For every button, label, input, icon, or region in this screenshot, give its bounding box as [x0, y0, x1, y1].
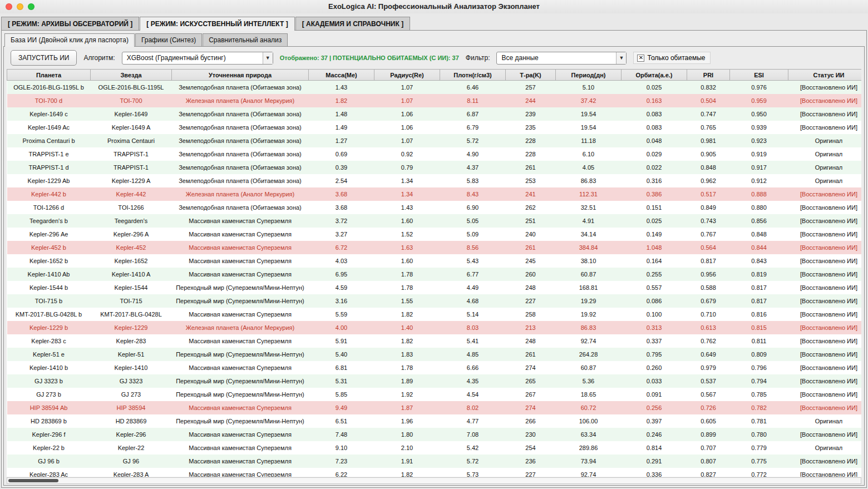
table-cell: 5.41 — [440, 334, 506, 348]
column-header-11[interactable]: Статус ИИ — [788, 70, 862, 81]
table-row[interactable]: Kepler-1410 bKepler-1410Массивная камени… — [7, 361, 862, 374]
run-ai-button[interactable]: ЗАПУСТИТЬ ИИ — [11, 50, 77, 66]
checkbox-check-icon: ✕ — [637, 55, 644, 62]
column-header-1[interactable]: Звезда — [91, 70, 172, 81]
table-cell: KMT-2017-BLG-0428L b — [7, 308, 91, 321]
table-cell: 1.07 — [374, 81, 440, 94]
horizontal-scrollbar[interactable] — [7, 477, 861, 484]
table-cell: 0.976 — [730, 81, 788, 94]
table-cell: 1.49 — [309, 121, 374, 134]
table-cell: Kepler-283 A — [91, 468, 172, 477]
table-row[interactable]: Kepler-51 eKepler-51Переходный мир (Супе… — [7, 348, 862, 361]
mode-tab-1[interactable]: [ РЕЖИМ: ИСКУССТВЕННЫЙ ИНТЕЛЛЕКТ ] — [140, 17, 294, 31]
table-row[interactable]: Kepler-1229 AbKepler-1229 AЗемлеподобная… — [7, 174, 862, 187]
table-row[interactable]: TRAPPIST-1 eTRAPPIST-1Землеподобная план… — [7, 147, 862, 161]
table-row[interactable]: GJ 96 bGJ 96Массивная каменистая Суперзе… — [7, 455, 862, 468]
table-cell: 1.27 — [309, 134, 374, 147]
table-cell: 0.39 — [309, 161, 374, 174]
column-header-10[interactable]: ESI — [730, 70, 788, 81]
table-cell: 1.78 — [374, 361, 440, 374]
table-cell: 0.795 — [622, 348, 687, 361]
table-cell: [Восстановлено ИИ] — [788, 308, 862, 321]
table-cell: Kepler-1652 b — [7, 254, 91, 268]
table-row[interactable]: Kepler-1229 bKepler-1229Железная планета… — [7, 321, 862, 334]
table-row[interactable]: Kepler-1649 AcKepler-1649 AЗемлеподобная… — [7, 121, 862, 134]
table-cell: 1.60 — [374, 214, 440, 228]
table-cell: GJ 96 b — [7, 455, 91, 468]
table-cell: 3.68 — [309, 201, 374, 214]
column-header-7[interactable]: Период(дн) — [556, 70, 622, 81]
mode-tab-0[interactable]: [ РЕЖИМ: АРХИВЫ ОБСЕРВАТОРИЙ ] — [1, 17, 139, 30]
table-row[interactable]: TOI-715 bTOI-715Переходный мир (Суперзем… — [7, 294, 862, 308]
table-cell: 5.40 — [309, 348, 374, 361]
table-row[interactable]: TOI-700 dTOI-700Железная планета (Аналог… — [7, 94, 862, 107]
table-cell: Землеподобная планета (Обитаемая зона) — [172, 121, 309, 134]
table-cell: 7.08 — [440, 428, 506, 441]
column-header-9[interactable]: PRI — [687, 70, 730, 81]
mode-tab-2[interactable]: [ АКАДЕМИЯ И СПРАВОЧНИК ] — [295, 17, 411, 30]
column-header-6[interactable]: Т-ра(K) — [506, 70, 556, 81]
table-cell: 4.68 — [440, 294, 506, 308]
scrollbar-thumb[interactable] — [8, 479, 58, 482]
chevron-down-icon[interactable]: ▼ — [263, 52, 273, 64]
table-row[interactable]: Kepler-442 bKepler-442Железная планета (… — [7, 187, 862, 201]
chevron-down-icon[interactable]: ▼ — [616, 52, 626, 64]
table-cell: Kepler-1649 — [91, 107, 172, 121]
table-cell: 5.09 — [440, 228, 506, 241]
column-header-5[interactable]: Плотн(г/см3) — [440, 70, 506, 81]
mode-panel: База ИИ (Двойной клик для паспорта)Графи… — [1, 30, 867, 488]
table-cell: Kepler-1544 b — [7, 281, 91, 294]
table-row[interactable]: TOI-1266 dTOI-1266Землеподобная планета … — [7, 201, 862, 214]
table-cell: Kepler-452 — [91, 241, 172, 254]
table-row[interactable]: Kepler-452 bKepler-452Массивная каменист… — [7, 241, 862, 254]
table-cell: Массивная каменистая Суперземля — [172, 334, 309, 348]
table-row[interactable]: HD 283869 bHD 283869Переходный мир (Супе… — [7, 414, 862, 428]
table-cell: Kepler-51 e — [7, 348, 91, 361]
table-cell: 0.92 — [374, 147, 440, 161]
algorithm-combobox[interactable]: XGBoost (Градиентный бустинг) ▼ — [122, 52, 273, 65]
section-tab-1[interactable]: Графики (Синтез) — [135, 33, 202, 46]
table-cell: Переходный мир (Суперземля/Мини-Нептун) — [172, 348, 309, 361]
column-header-2[interactable]: Уточненная природа — [172, 70, 309, 81]
table-cell: 60.87 — [556, 361, 622, 374]
table-cell: GJ 3323 b — [7, 374, 91, 388]
table-row[interactable]: Kepler-1544 bKepler-1544Переходный мир (… — [7, 281, 862, 294]
table-cell: 32.51 — [556, 201, 622, 214]
habitable-only-checkbox[interactable]: ✕ Только обитаемые — [633, 52, 711, 64]
table-row[interactable]: Kepler-283 AcKepler-283 AМассивная камен… — [7, 468, 862, 477]
section-tab-2[interactable]: Сравнительный анализ — [203, 33, 288, 46]
table-row[interactable]: TRAPPIST-1 dTRAPPIST-1Землеподобная план… — [7, 161, 862, 174]
table-row[interactable]: OGLE-2016-BLG-1195L bOGLE-2016-BLG-1195L… — [7, 81, 862, 94]
table-row[interactable]: Kepler-22 bKepler-22Массивная каменистая… — [7, 441, 862, 455]
table-cell: 0.880 — [730, 201, 788, 214]
table-row[interactable]: Kepler-296 fKepler-296Массивная каменист… — [7, 428, 862, 441]
table-cell: 261 — [506, 348, 556, 361]
filter-combobox[interactable]: Все данные ▼ — [496, 52, 627, 65]
table-row[interactable]: KMT-2017-BLG-0428L bKMT-2017-BLG-0428LМа… — [7, 308, 862, 321]
section-tab-0[interactable]: База ИИ (Двойной клик для паспорта) — [4, 33, 135, 47]
table-cell: Оригинал — [788, 174, 862, 187]
table-row[interactable]: HIP 38594 AbHIP 38594Массивная камениста… — [7, 401, 862, 414]
table-row[interactable]: Kepler-296 AeKepler-296 AМассивная камен… — [7, 228, 862, 241]
table-cell: [Восстановлено ИИ] — [788, 214, 862, 228]
column-header-3[interactable]: Масса(Me) — [309, 70, 374, 81]
table-cell: 73.94 — [556, 455, 622, 468]
table-row[interactable]: Kepler-283 cKepler-283Массивная каменист… — [7, 334, 862, 348]
table-row[interactable]: Kepler-1652 bKepler-1652Массивная камени… — [7, 254, 862, 268]
table-row[interactable]: Proxima Centauri bProxima CentauriЗемлеп… — [7, 134, 862, 147]
column-header-8[interactable]: Орбита(а.е.) — [622, 70, 687, 81]
table-cell: 0.336 — [622, 468, 687, 477]
table-row[interactable]: Kepler-1649 cKepler-1649Землеподобная пл… — [7, 107, 862, 121]
column-header-4[interactable]: Радиус(Re) — [374, 70, 440, 81]
table-row[interactable]: Teegarden's bTeegarden'sМассивная камени… — [7, 214, 862, 228]
column-header-0[interactable]: Планета — [7, 70, 91, 81]
table-cell: [Восстановлено ИИ] — [788, 401, 862, 414]
table-cell: Kepler-1229 b — [7, 321, 91, 334]
table-cell: 0.905 — [687, 147, 730, 161]
table-cell: Kepler-22 b — [7, 441, 91, 455]
table-row[interactable]: Kepler-1410 AbKepler-1410 AМассивная кам… — [7, 268, 862, 281]
table-row[interactable]: GJ 273 bGJ 273Переходный мир (Суперземля… — [7, 388, 862, 401]
table-cell: 253 — [506, 174, 556, 187]
table-cell: 0.567 — [687, 388, 730, 401]
table-row[interactable]: GJ 3323 bGJ 3323Переходный мир (Суперзем… — [7, 374, 862, 388]
